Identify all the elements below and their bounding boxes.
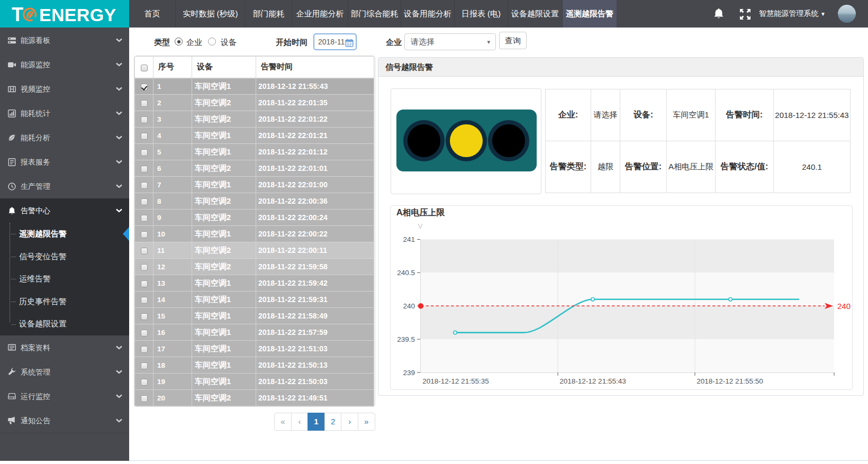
svg-text:T: T: [12, 4, 23, 25]
svg-text:V: V: [418, 222, 423, 230]
svg-text:240: 240: [837, 302, 851, 311]
svg-text:241: 241: [403, 235, 415, 243]
svg-text:2018-12-12 21:55:50: 2018-12-12 21:55:50: [697, 377, 763, 385]
svg-text:ENERGY: ENERGY: [39, 5, 116, 25]
svg-text:239: 239: [403, 369, 415, 377]
svg-text:2018-12-12 21:55:35: 2018-12-12 21:55:35: [422, 377, 489, 385]
svg-text:239.5: 239.5: [397, 335, 415, 343]
svg-text:240: 240: [403, 302, 415, 310]
svg-text:240.5: 240.5: [397, 269, 415, 277]
svg-text:2018-12-12 21:55:43: 2018-12-12 21:55:43: [559, 377, 626, 385]
